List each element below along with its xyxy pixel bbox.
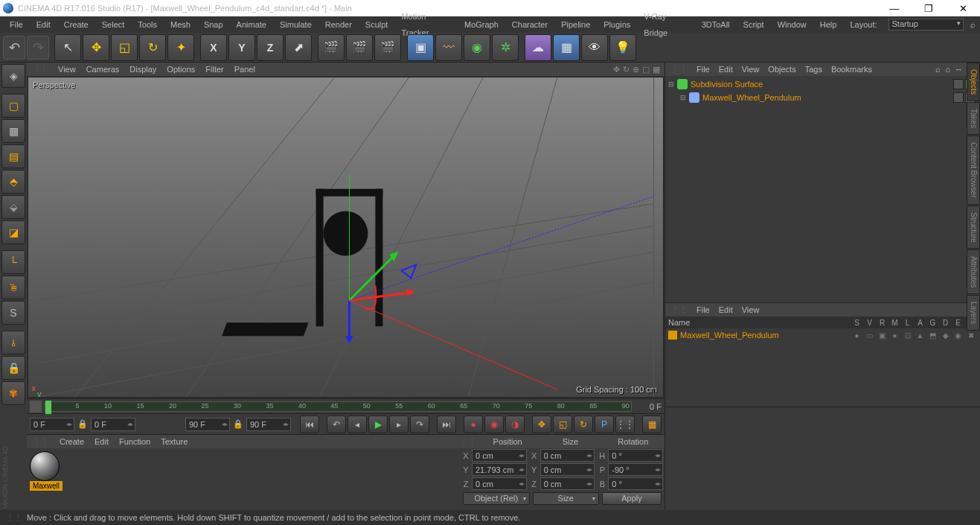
- x-axis-lock[interactable]: X: [200, 34, 227, 61]
- obj-tool-icon-1[interactable]: ⌂: [945, 65, 950, 74]
- edge-mode[interactable]: ⬙: [1, 195, 25, 219]
- vp-menu-filter[interactable]: Filter: [205, 65, 223, 74]
- scale-key-button[interactable]: ◱: [553, 416, 572, 433]
- layer-col-r[interactable]: R: [876, 319, 888, 327]
- workplane-mode[interactable]: ▤: [1, 144, 25, 168]
- loop-start-field[interactable]: 0 F◂▸: [91, 418, 135, 431]
- coord-system[interactable]: ⬈: [285, 34, 312, 61]
- obj-menu-edit[interactable]: Edit: [719, 65, 733, 74]
- object-row[interactable]: ⊟Subdivision Surface: [667, 77, 979, 91]
- snap-toggle[interactable]: S: [1, 301, 25, 325]
- poly-mode[interactable]: ◪: [1, 220, 25, 244]
- vp-nav-icon-0[interactable]: ✥: [613, 65, 620, 74]
- pos-y-field[interactable]: 21.793 cm◂▸: [472, 463, 527, 476]
- locked[interactable]: 🔒: [1, 356, 25, 380]
- side-tab-takes[interactable]: Takes: [967, 102, 980, 135]
- add-generator[interactable]: ◉: [464, 34, 490, 61]
- menu-snap[interactable]: Snap: [197, 16, 230, 33]
- maximize-button[interactable]: ❐: [912, 0, 946, 16]
- render-view[interactable]: 🎬: [318, 34, 345, 61]
- layer-toggle-0[interactable]: ●: [851, 331, 863, 340]
- side-tab-objects[interactable]: Objects: [967, 63, 980, 101]
- layer-toggle-5[interactable]: ▲: [914, 331, 926, 340]
- viewport[interactable]: Perspective Grid Spacing : 100 cm: [28, 77, 664, 398]
- obj-menu-objects[interactable]: Objects: [768, 65, 795, 74]
- next-frame-button[interactable]: ▸: [389, 416, 409, 433]
- make-editable[interactable]: ◈: [1, 64, 25, 88]
- menu-simulate[interactable]: Simulate: [273, 16, 318, 33]
- magnet-tool[interactable]: ⫰: [1, 331, 25, 354]
- search-icon[interactable]: ⌕: [964, 16, 977, 33]
- y-axis-lock[interactable]: Y: [228, 34, 255, 61]
- range-start-field[interactable]: 0 F◂▸: [30, 418, 74, 431]
- layer-col-a[interactable]: A: [914, 319, 926, 327]
- pos-key-button[interactable]: ✥: [532, 416, 551, 433]
- pos-x-field[interactable]: 0 cm◂▸: [472, 449, 527, 462]
- menu-window[interactable]: Window: [771, 16, 813, 33]
- render-settings[interactable]: 🎬: [374, 34, 401, 61]
- material-item[interactable]: Maxwell: [30, 451, 63, 491]
- loop-end-field[interactable]: 90 F◂▸: [185, 418, 230, 431]
- menu-mesh[interactable]: Mesh: [164, 16, 197, 33]
- add-light-1[interactable]: 👁: [581, 34, 608, 61]
- layer-row[interactable]: Maxwell_Wheel_Pendulum●▭▣●⊡▲⬒◆◉✖: [665, 328, 980, 342]
- object-row[interactable]: ⊟Maxwell_Wheel_Pendulum: [667, 91, 979, 104]
- layer-toggle-9[interactable]: ✖: [964, 331, 977, 340]
- object-tag[interactable]: [953, 79, 964, 89]
- menu-script[interactable]: Script: [737, 16, 771, 33]
- render-region[interactable]: 🎬: [346, 34, 373, 61]
- anim-layout-button[interactable]: ▦: [642, 416, 662, 433]
- layer-toggle-4[interactable]: ⊡: [901, 331, 914, 340]
- layer-menu-edit[interactable]: Edit: [719, 305, 733, 314]
- vp-menu-display[interactable]: Display: [129, 65, 156, 74]
- object-name[interactable]: Subdivision Surface: [689, 80, 763, 89]
- menu-file[interactable]: File: [3, 16, 30, 33]
- vp-menu-options[interactable]: Options: [167, 65, 195, 74]
- mat-menu-function[interactable]: Function: [119, 437, 150, 446]
- menu-help[interactable]: Help: [813, 16, 844, 33]
- minimize-button[interactable]: —: [877, 0, 912, 16]
- pos-z-field[interactable]: 0 cm◂▸: [472, 477, 527, 490]
- vp-nav-icon-3[interactable]: ▢: [642, 65, 650, 74]
- range-end-field[interactable]: 90 F◂▸: [246, 418, 291, 431]
- rot-p-field[interactable]: -90 °◂▸: [608, 463, 663, 476]
- layer-col-g[interactable]: G: [926, 319, 939, 327]
- layer-name[interactable]: Maxwell_Wheel_Pendulum: [680, 331, 851, 340]
- record-button[interactable]: ●: [464, 416, 483, 433]
- prev-key-button[interactable]: ↶: [327, 416, 346, 433]
- mat-menu-edit[interactable]: Edit: [95, 437, 109, 446]
- add-environment[interactable]: ☁: [525, 34, 551, 61]
- z-axis-lock[interactable]: Z: [257, 34, 284, 61]
- layer-col-d[interactable]: D: [939, 319, 952, 327]
- menu-edit[interactable]: Edit: [30, 16, 57, 33]
- mat-menu-create[interactable]: Create: [60, 437, 84, 446]
- rot-key-button[interactable]: ↻: [574, 416, 593, 433]
- play-button[interactable]: ▶: [368, 416, 388, 433]
- layer-menu-file[interactable]: File: [696, 305, 710, 314]
- layer-toggle-6[interactable]: ⬒: [926, 331, 939, 340]
- size-mode-dropdown[interactable]: Size: [533, 492, 600, 505]
- layer-toggle-8[interactable]: ◉: [952, 331, 964, 340]
- last-tool[interactable]: ✦: [167, 34, 194, 61]
- add-light-2[interactable]: 💡: [609, 34, 636, 61]
- menu-render[interactable]: Render: [318, 16, 359, 33]
- layer-toggle-2[interactable]: ▣: [876, 331, 888, 340]
- texture-mode[interactable]: ▩: [1, 119, 25, 143]
- range-lock-icon[interactable]: 🔒: [76, 418, 89, 431]
- expand-icon[interactable]: ⊟: [679, 94, 688, 101]
- add-spline[interactable]: 〰: [435, 34, 462, 61]
- autokey-button[interactable]: ◉: [484, 416, 504, 433]
- layer-toggle-7[interactable]: ◆: [939, 331, 952, 340]
- rot-b-field[interactable]: 0 °◂▸: [608, 477, 663, 490]
- prev-frame-button[interactable]: ◂: [348, 416, 367, 433]
- vp-nav-icon-4[interactable]: ▦: [653, 65, 660, 74]
- size-z-field[interactable]: 0 cm◂▸: [540, 477, 595, 490]
- timeline-ruler[interactable]: 051015202530354045505560657075808590 0 F: [27, 398, 664, 413]
- obj-tool-icon-0[interactable]: ⌕: [935, 65, 941, 74]
- obj-menu-tags[interactable]: Tags: [805, 65, 822, 74]
- move-tool[interactable]: ✥: [83, 34, 109, 61]
- layer-col-v[interactable]: V: [863, 319, 876, 327]
- obj-tool-icon-2[interactable]: ↔: [955, 65, 963, 74]
- extra-tool[interactable]: ✾: [1, 381, 25, 405]
- add-cube[interactable]: ▣: [407, 34, 434, 61]
